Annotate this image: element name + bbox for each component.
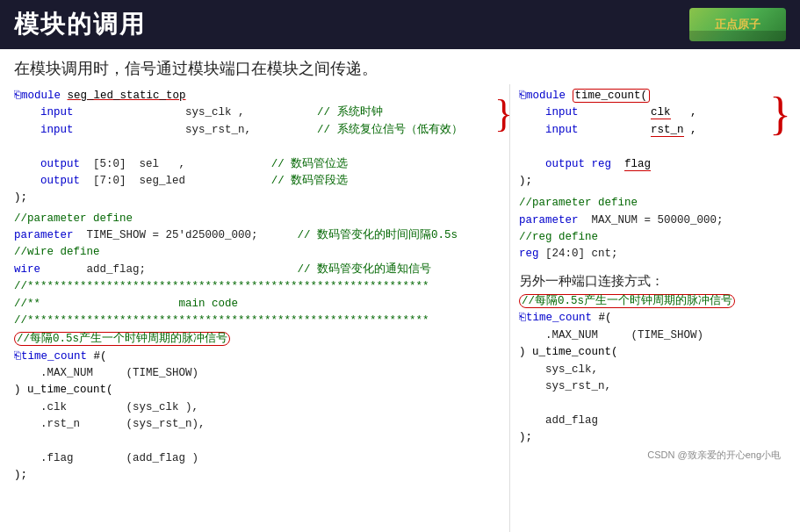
left-wire-code: //wire define wire add_flag; // 数码管变化的通知… [14,244,506,278]
right-section-title: 另外一种端口连接方式： [519,270,788,291]
left-module-block: ⎗module seg_led_static_top input sys_clk… [14,88,506,207]
right-panel: ⎗module time_count( input clk , input rs… [509,84,791,532]
right-reg-code: //reg define reg [24:0] cnt; [519,229,788,263]
right-brace: } [494,95,509,133]
subtitle-text: 在模块调用时，信号通过模块端口在模块之间传递。 [14,60,378,77]
logo-text: 正点原子 [715,17,760,32]
footer-note-text: CSDN @致亲爱的开心eng小电 [647,449,781,460]
page-title: 模块的调用 [14,8,146,41]
right-brace-2: } [769,91,791,137]
left-panel: ⎗module seg_led_static_top input sys_clk… [9,84,509,532]
right-param-code: //parameter define parameter MAX_NUM = 5… [519,195,788,229]
left-instance-block: //每隔0.5s产生一个时钟周期的脉冲信号 ⎗time_count #( .MA… [14,331,506,484]
right-module-code: ⎗module time_count( input clk , input rs… [519,88,788,190]
left-param-code: //parameter define parameter TIME_SHOW =… [14,211,506,245]
right-module-block: ⎗module time_count( input clk , input rs… [519,88,788,190]
left-module-code: ⎗module seg_led_static_top input sys_clk… [14,88,506,207]
left-instance-code: //每隔0.5s产生一个时钟周期的脉冲信号 ⎗time_count #( .MA… [14,331,506,484]
right-instance-code: //每隔0.5s产生一个时钟周期的脉冲信号 ⎗time_count #( .MA… [519,293,788,446]
footer-note: CSDN @致亲爱的开心eng小电 [519,446,788,463]
subtitle: 在模块调用时，信号通过模块端口在模块之间传递。 [0,49,800,84]
left-main-code: //**************************************… [14,278,506,329]
right-instance-block: //每隔0.5s产生一个时钟周期的脉冲信号 ⎗time_count #( .MA… [519,293,788,446]
logo: 正点原子 [689,8,786,41]
main-content: ⎗module seg_led_static_top input sys_clk… [0,84,800,532]
header: 模块的调用 正点原子 [0,0,800,49]
